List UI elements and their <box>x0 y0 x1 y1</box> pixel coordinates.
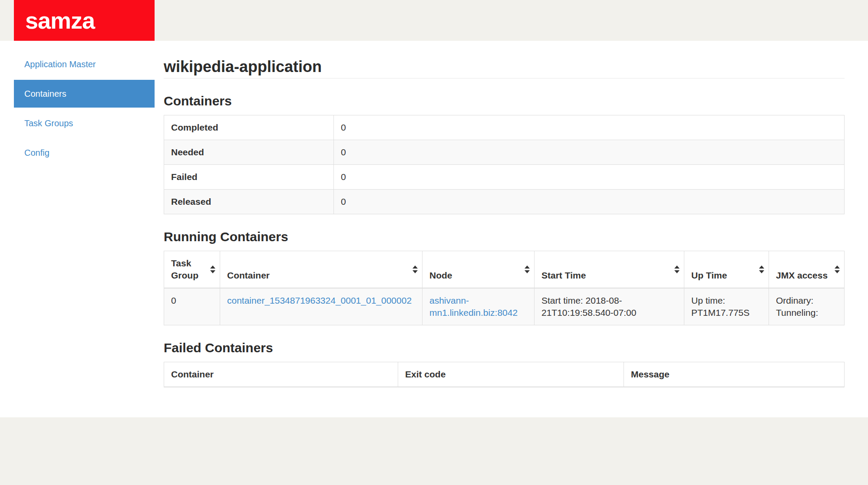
samza-logo-text: samza <box>25 9 95 32</box>
sort-icon <box>759 265 764 273</box>
task-group-cell: 0 <box>164 288 220 325</box>
sort-icon <box>674 265 680 273</box>
column-header-node[interactable]: Node <box>422 251 535 288</box>
count-row-label: Released <box>164 190 334 214</box>
sort-icon <box>413 265 418 273</box>
sidebar-item-task-groups[interactable]: Task Groups <box>14 109 155 137</box>
column-header-exit-code: Exit code <box>398 362 624 387</box>
table-row: 0 container_1534871963324_0001_01_000002… <box>164 288 845 325</box>
sidebar-item-application-master[interactable]: Application Master <box>14 50 155 78</box>
column-header-message: Message <box>624 362 845 387</box>
container-cell: container_1534871963324_0001_01_000002 <box>220 288 422 325</box>
table-row: Failed 0 <box>164 165 845 190</box>
column-header-jmx-access[interactable]: JMX access <box>769 251 845 288</box>
container-link[interactable]: container_1534871963324_0001_01_000002 <box>227 295 412 305</box>
node-link[interactable]: ashivann-mn1.linkedin.biz:8042 <box>429 295 518 318</box>
title-divider <box>164 78 845 79</box>
section-heading-running-containers: Running Containers <box>164 230 845 244</box>
section-heading-containers: Containers <box>164 94 845 108</box>
samza-logo: samza <box>14 0 155 41</box>
sidebar: Application Master Containers Task Group… <box>14 41 155 168</box>
count-row-label: Failed <box>164 165 334 190</box>
sidebar-item-containers[interactable]: Containers <box>14 80 155 108</box>
up-time-cell: Up time: PT1M17.775S <box>684 288 769 325</box>
containers-count-table: Completed 0 Needed 0 Failed 0 Released 0 <box>164 115 845 214</box>
section-heading-failed-containers: Failed Containers <box>164 341 845 355</box>
count-row-label: Completed <box>164 115 334 140</box>
column-header-start-time[interactable]: Start Time <box>535 251 684 288</box>
page-title: wikipedia-application <box>164 56 845 78</box>
count-row-value: 0 <box>334 140 845 165</box>
content: wikipedia-application Containers Complet… <box>164 41 845 387</box>
table-row: Completed 0 <box>164 115 845 140</box>
main-area: Application Master Containers Task Group… <box>0 41 868 417</box>
failed-containers-table: Container Exit code Message <box>164 362 845 387</box>
sort-icon <box>835 265 840 273</box>
column-header-task-group[interactable]: Task Group <box>164 251 220 288</box>
count-row-label: Needed <box>164 140 334 165</box>
column-header-failed-container: Container <box>164 362 398 387</box>
start-time-cell: Start time: 2018-08-21T10:19:58.540-07:0… <box>535 288 684 325</box>
sort-icon <box>210 265 215 273</box>
topbar: samza <box>0 0 868 41</box>
node-cell: ashivann-mn1.linkedin.biz:8042 <box>422 288 535 325</box>
table-row: Released 0 <box>164 190 845 214</box>
column-header-container[interactable]: Container <box>220 251 422 288</box>
sidebar-item-config[interactable]: Config <box>14 139 155 167</box>
table-header-row: Container Exit code Message <box>164 362 845 387</box>
footer <box>0 417 868 485</box>
table-header-row: Task Group Container Node Start Time <box>164 251 845 288</box>
running-containers-table: Task Group Container Node Start Time <box>164 251 845 325</box>
sort-icon <box>525 265 530 273</box>
column-header-up-time[interactable]: Up Time <box>684 251 769 288</box>
table-row: Needed 0 <box>164 140 845 165</box>
jmx-access-cell: Ordinary: Tunneling: <box>769 288 845 325</box>
count-row-value: 0 <box>334 190 845 214</box>
count-row-value: 0 <box>334 165 845 190</box>
count-row-value: 0 <box>334 115 845 140</box>
